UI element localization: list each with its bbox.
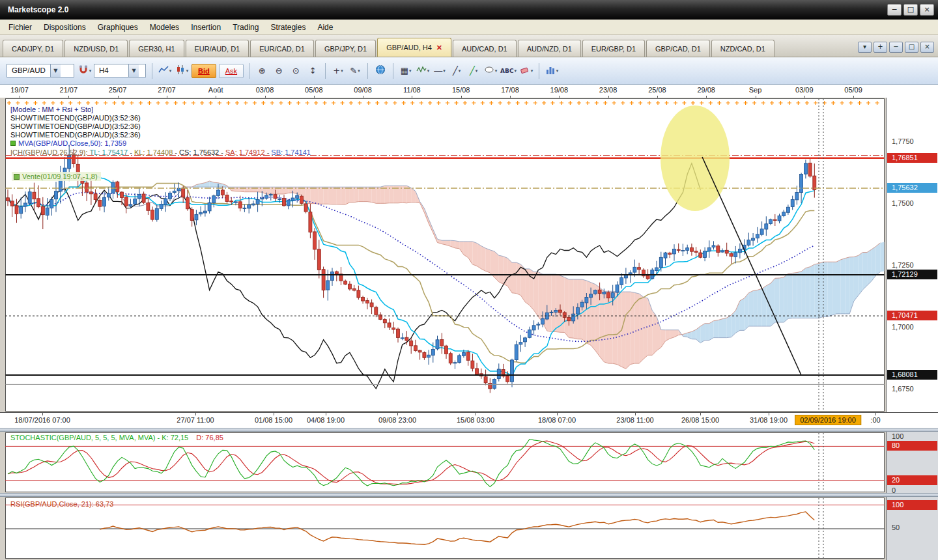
bottom-axis-label: 23/08 11:00	[616, 416, 653, 424]
crosshair-icon[interactable]: +▾	[330, 63, 346, 79]
showtime-label: SHOWTIMETOEND(GBP/AUD)(3:52:36)	[10, 114, 141, 122]
tab-gbp-cad-d1[interactable]: GBP/CAD, D1	[646, 40, 710, 57]
magnet-icon[interactable]: ▾	[77, 63, 92, 79]
hline-tool-icon[interactable]: ―▾	[432, 63, 448, 79]
top-axis-label: 25/07	[109, 86, 127, 94]
menu-aide[interactable]: Aide	[311, 20, 339, 35]
chevron-down-icon[interactable]: ▾	[169, 68, 172, 74]
zoom-range-icon: ⊙	[292, 66, 300, 76]
chevron-down-icon[interactable]: ▾	[476, 68, 478, 74]
toolbar-separator	[249, 63, 249, 79]
tab-aud-nzd-d1[interactable]: AUD/NZD, D1	[518, 40, 581, 57]
minimize-icon[interactable]: −	[887, 4, 902, 16]
window-title: Marketscope 2.0	[8, 5, 68, 14]
menu-strategies[interactable]: Strategies	[264, 20, 311, 35]
new-chart-button[interactable]: +	[874, 42, 887, 53]
bid-button[interactable]: Bid	[192, 64, 216, 78]
zoom-out-icon[interactable]: ⊖	[271, 63, 287, 79]
price-badge: 1,72129	[887, 270, 937, 279]
chevron-down-icon[interactable]: ▾	[358, 68, 360, 74]
ichimoku-label-segment: SA: 1,74912	[225, 148, 265, 156]
tab-label: EUR/GBP, D1	[591, 45, 636, 53]
chevron-down-icon[interactable]: ▼	[50, 64, 61, 77]
tab-ger30-h1[interactable]: GER30, H1	[129, 40, 184, 57]
pencil-icon[interactable]: ✎▾	[347, 63, 363, 79]
top-axis: 19/0721/0725/0727/07Août03/0805/0809/081…	[0, 85, 938, 98]
chevron-down-icon[interactable]: ▾	[515, 68, 517, 74]
symbol-select[interactable]: GBP/AUD▼	[7, 64, 74, 77]
chart-legend: [Modele : MM + Rsi + Sto] SHOWTIMETOEND(…	[10, 105, 141, 148]
rsi-panel[interactable]	[0, 497, 886, 560]
chart-close-icon[interactable]: ×	[920, 42, 934, 53]
zoom-range-icon[interactable]: ⊙	[288, 63, 304, 79]
tab-bar: CAD/JPY, D1NZD/USD, D1GER30, H1EUR/AUD, …	[0, 35, 938, 57]
ichimoku-label: ICH(GBP/AUD,26,52,9): TL: 1,75417 - KL: …	[10, 148, 311, 156]
tab-aud-cad-d1[interactable]: AUD/CAD, D1	[453, 40, 517, 57]
chart-type-icon[interactable]: ▾	[157, 63, 173, 79]
tab-gbp-aud-h4[interactable]: GBP/AUD, H4✕	[377, 38, 451, 57]
zoom-in-icon[interactable]: ⊕	[254, 63, 270, 79]
chevron-down-icon[interactable]: ▾	[186, 68, 189, 74]
chevron-down-icon[interactable]: ▾	[495, 68, 498, 74]
top-axis-label: 17/08	[501, 86, 519, 94]
ray-tool-icon: ╱	[470, 66, 475, 76]
tab-nzd-usd-d1[interactable]: NZD/USD, D1	[64, 40, 128, 57]
tab-eur-cad-d1[interactable]: EUR/CAD, D1	[250, 40, 314, 57]
tab-gbp-jpy-d1[interactable]: GBP/JPY, D1	[315, 40, 376, 57]
chevron-down-icon[interactable]: ▾	[427, 68, 430, 74]
chevron-down-icon[interactable]: ▾	[459, 68, 461, 74]
menu-fichier[interactable]: Fichier	[3, 20, 38, 35]
top-axis-label: 03/09	[795, 86, 814, 94]
tab-controls: ▾ + − □ ×	[858, 42, 938, 57]
close-icon[interactable]: ×	[920, 4, 934, 16]
chevron-down-icon[interactable]: ▾	[556, 68, 559, 74]
hline-tool-icon: ―	[434, 66, 442, 76]
chevron-down-icon[interactable]: ▾	[531, 68, 533, 74]
stochastic-scale-label: 20	[887, 475, 937, 485]
grid-icon[interactable]: ▦▾	[398, 63, 414, 79]
showtime-label: SHOWTIMETOEND(GBP/AUD)(3:52:36)	[10, 122, 141, 131]
tab-cad-jpy-d1[interactable]: CAD/JPY, D1	[3, 40, 63, 57]
chevron-down-icon[interactable]: ▾	[409, 68, 412, 74]
tab-eur-gbp-d1[interactable]: EUR/GBP, D1	[582, 40, 645, 57]
tab-list-icon[interactable]: ▾	[858, 42, 872, 53]
menu-bar: FichierDispositionsGraphiquesModelesInse…	[0, 20, 938, 35]
indicators-icon[interactable]: ▾	[415, 63, 431, 79]
chevron-down-icon[interactable]: ▾	[89, 68, 92, 74]
ray-tool-icon[interactable]: ╱▾	[466, 63, 481, 79]
timeframe-select-value: H4	[94, 64, 128, 77]
menu-trading[interactable]: Trading	[227, 20, 264, 35]
menu-graphiques[interactable]: Graphiques	[92, 20, 144, 35]
menu-insertion[interactable]: Insertion	[185, 20, 227, 35]
fit-vertical-icon[interactable]: ↕	[305, 63, 320, 79]
menu-modeles[interactable]: Modeles	[144, 20, 185, 35]
toolbar-separator	[393, 63, 393, 79]
histogram-icon[interactable]: ▾	[544, 63, 560, 79]
ask-button[interactable]: Ask	[219, 64, 244, 78]
text-tool-icon[interactable]: ABC▾	[500, 63, 517, 79]
candlestick-icon[interactable]: ▾	[174, 63, 190, 79]
top-axis-label: 21/07	[60, 86, 78, 94]
trendline-tool-icon[interactable]: ╱▾	[449, 63, 464, 79]
highlighted-time-badge: 02/09/2016 19:00	[795, 415, 861, 425]
tab-close-icon[interactable]: ✕	[436, 44, 442, 52]
toolbar-separator	[539, 63, 539, 79]
maximize-icon[interactable]: □	[903, 4, 918, 16]
tab-eur-aud-d1[interactable]: EUR/AUD, D1	[186, 40, 249, 57]
toolbar-separator	[152, 63, 152, 79]
chevron-down-icon[interactable]: ▼	[128, 64, 139, 77]
chart-restore-icon[interactable]: □	[905, 42, 918, 53]
tab-label: GBP/CAD, D1	[655, 45, 701, 53]
eraser-icon[interactable]: ▾	[519, 63, 534, 79]
chevron-down-icon[interactable]: ▾	[341, 68, 343, 74]
ellipse-tool-icon[interactable]: ▾	[483, 63, 498, 79]
trendline-tool-icon: ╱	[453, 66, 458, 76]
ichimoku-label-segment: SB: 1,74141	[271, 148, 311, 156]
chevron-down-icon[interactable]: ▾	[443, 68, 446, 74]
tab-nzd-cad-d1[interactable]: NZD/CAD, D1	[711, 40, 775, 57]
menu-dispositions[interactable]: Dispositions	[38, 20, 92, 35]
chart-minimize-icon[interactable]: −	[889, 42, 903, 53]
price-scale-label: 1,6750	[892, 385, 914, 393]
globe-icon[interactable]	[373, 63, 388, 79]
timeframe-select[interactable]: H4▼	[94, 64, 146, 77]
